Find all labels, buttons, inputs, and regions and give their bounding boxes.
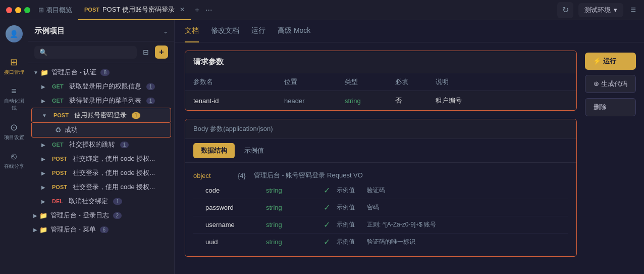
col-header-position: 位置: [284, 77, 345, 86]
field-example-val-username: 正则: ^[A-Za-z0-9]+$ 账号: [367, 220, 568, 229]
secondary-tabs: 文档 修改文档 运行 高级 Mock: [175, 20, 644, 42]
more-tabs-icon[interactable]: ···: [203, 4, 214, 17]
project-settings-icon: ⊙: [10, 122, 18, 133]
folder-item-menu[interactable]: ▶ 📁 管理后台 - 菜单 6: [28, 222, 174, 237]
tab-advanced-mock[interactable]: 高级 Mock: [278, 20, 310, 42]
sidebar-item-api-manage[interactable]: ⊞ 接口管理: [2, 53, 26, 80]
field-name-username: username: [205, 221, 266, 229]
tab-run[interactable]: 运行: [251, 20, 265, 42]
sidebar-item-auto-test[interactable]: ≡ 自动化测试: [2, 82, 26, 116]
field-row-uuid: uuid string ✓ 示例值 验证码的唯一标识: [193, 234, 568, 250]
tab-bar: ⊞ 项目概览 POST POST 使用账号密码登录 ✕ + ··· ↻ 测试环境…: [38, 0, 638, 20]
folder-item-auth[interactable]: ▼ 📁 管理后台 - 认证 8: [28, 65, 174, 79]
nav-header: 示例项目 ⌄: [28, 20, 174, 41]
run-button[interactable]: ⚡ 运行: [585, 53, 636, 70]
field-type-code: string: [266, 187, 316, 194]
close-button[interactable]: [6, 7, 12, 13]
main-content: 文档 修改文档 运行 高级 Mock 请求参数 参数名 位置 类型: [175, 20, 644, 274]
field-row-password: password string ✓ 示例值 密码: [193, 199, 568, 216]
filter-icon[interactable]: ⊟: [141, 46, 151, 58]
active-tab[interactable]: POST POST 使用账号密码登录 ✕: [78, 0, 191, 20]
object-count: {4}: [238, 172, 246, 179]
field-type-uuid: string: [266, 238, 316, 246]
tab-doc[interactable]: 文档: [185, 20, 199, 42]
sidebar-item-project-settings[interactable]: ⊙ 项目设置: [2, 118, 26, 145]
add-tab-button[interactable]: +: [193, 4, 201, 17]
auto-test-icon: ≡: [11, 86, 17, 97]
api-item-del-social-bind[interactable]: ▶ DEL 取消社交绑定 1: [28, 194, 174, 208]
tab-close-icon[interactable]: ✕: [180, 6, 185, 13]
body-tabs: 数据结构 示例值: [185, 139, 576, 163]
folder-item-login-log[interactable]: ▶ 📁 管理后台 - 登录日志 2: [28, 208, 174, 222]
add-button[interactable]: +: [155, 45, 168, 59]
api-item-get-oauth-redirect[interactable]: ▶ GET 社交授权的跳转 1: [28, 138, 174, 152]
minimize-button[interactable]: [15, 7, 21, 13]
field-name-uuid: uuid: [205, 238, 266, 246]
method-post-badge: POST: [49, 155, 70, 162]
method-get-badge: GET: [49, 141, 66, 148]
field-name-code: code: [205, 187, 266, 194]
api-item-post-social-bind[interactable]: ▶ POST 社交绑定，使用 code 授权...: [28, 152, 174, 166]
body-tab-example[interactable]: 示例值: [237, 143, 272, 158]
check-circle-icon: ✓: [324, 220, 330, 230]
object-key: object: [193, 172, 234, 179]
body-params-section: Body 参数(application/json) 数据结构 示例值 objec…: [185, 119, 577, 257]
delete-button[interactable]: 删除: [585, 98, 636, 116]
field-type-username: string: [266, 221, 316, 229]
codegen-button[interactable]: ⊛ 生成代码: [585, 75, 636, 93]
content-body: 请求参数 参数名 位置 类型 必填 说明 tenant-id: [175, 42, 644, 274]
menu-icon[interactable]: ≡: [628, 3, 638, 17]
field-row-code: code string ✓ 示例值 验证码: [193, 182, 568, 199]
section-header-request-params: 请求参数: [185, 51, 576, 73]
field-type-password: string: [266, 204, 316, 211]
body-tab-data-structure[interactable]: 数据结构: [193, 143, 235, 158]
search-bar: 🔍 ⊟ +: [28, 41, 174, 63]
maximize-button[interactable]: [24, 7, 30, 13]
col-header-required: 必填: [395, 77, 436, 86]
field-example-val-password: 密码: [367, 203, 568, 212]
api-item-get-menu[interactable]: ▶ GET 获得登录用户的菜单列表 1: [28, 94, 174, 108]
check-circle-icon: ✓: [324, 237, 330, 247]
col-header-name: 参数名: [193, 77, 284, 86]
post-label: POST: [84, 7, 99, 13]
project-chevron-icon[interactable]: ⌄: [163, 28, 168, 35]
project-overview-tab[interactable]: ⊞ 项目概览: [38, 6, 72, 15]
api-item-post-login[interactable]: ▼ POST 使用账号密码登录 1: [31, 108, 171, 123]
folder-icon: 📁: [39, 226, 47, 234]
global-topbar: ⊞ 项目概览 POST POST 使用账号密码登录 ✕ + ··· ↻ 测试环境…: [0, 0, 644, 20]
method-get-badge: GET: [49, 97, 66, 104]
param-description: 租户编号: [436, 96, 568, 105]
field-example-val-uuid: 验证码的唯一标识: [367, 238, 568, 246]
api-item-post-social-login2[interactable]: ▶ POST 社交登录，使用 code 授权...: [28, 180, 174, 194]
param-required: 否: [395, 96, 436, 105]
method-del-badge: DEL: [49, 198, 66, 205]
env-selector[interactable]: 测试环境 ▾: [578, 3, 623, 17]
col-header-description: 说明: [436, 77, 449, 86]
field-example-label: 示例值: [337, 220, 367, 229]
object-row: object {4} 管理后台 - 账号密码登录 Request VO: [193, 169, 568, 182]
field-check-password: ✓: [316, 203, 337, 212]
avatar[interactable]: 👤: [6, 25, 23, 42]
table-row: tenant-id header string 否 租户编号: [185, 91, 576, 110]
search-input[interactable]: [50, 49, 132, 56]
sub-item-success[interactable]: ♻ 成功: [31, 123, 171, 138]
refresh-button[interactable]: ↻: [557, 2, 573, 18]
field-example-val-code: 验证码: [367, 186, 568, 195]
tab-edit-doc[interactable]: 修改文档: [211, 20, 239, 42]
app-wrapper: ⊞ 项目概览 POST POST 使用账号密码登录 ✕ + ··· ↻ 测试环境…: [0, 0, 644, 274]
sidebar-item-share[interactable]: ⎋ 在线分享: [2, 147, 26, 174]
col-header-type: 类型: [345, 77, 395, 86]
field-example-label: 示例值: [337, 203, 367, 212]
body-section-header: Body 参数(application/json): [185, 119, 576, 139]
param-position: header: [284, 97, 345, 105]
param-name: tenant-id: [193, 97, 284, 105]
success-icon: ♻: [55, 126, 62, 134]
check-circle-icon: ✓: [324, 203, 330, 212]
api-item-post-social-login1[interactable]: ▶ POST 社交登录，使用 code 授权...: [28, 166, 174, 180]
api-manage-icon: ⊞: [10, 57, 18, 68]
check-circle-icon: ✓: [324, 186, 330, 195]
action-buttons: ⚡ 运行 ⊛ 生成代码 删除: [585, 51, 636, 266]
api-item-get-permissions[interactable]: ▶ GET 获取登录用户的权限信息 1: [28, 79, 174, 94]
field-example-label: 示例值: [337, 238, 367, 246]
table-head: 参数名 位置 类型 必填 说明: [185, 73, 576, 91]
